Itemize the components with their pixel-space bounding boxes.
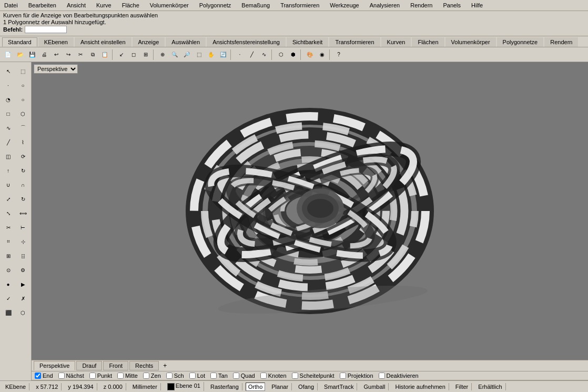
trim-tool[interactable]: ✂: [2, 220, 15, 234]
befehl-input[interactable]: [25, 26, 67, 33]
mesh-toolbar-button[interactable]: ⬡: [275, 49, 287, 61]
toolbar-tab-0[interactable]: Standard: [2, 37, 37, 47]
menu-item-rendern[interactable]: Rendern: [408, 1, 434, 9]
boolean-diff-tool[interactable]: ∩: [16, 178, 30, 192]
polygon-tool[interactable]: ⬡: [16, 107, 30, 120]
new-file-toolbar-button[interactable]: 📄: [2, 49, 14, 61]
confirm-tool[interactable]: ✓: [2, 292, 15, 305]
toolbar-tab-2[interactable]: Ansicht einstellen: [75, 37, 131, 47]
gumball-status[interactable]: Gumball: [360, 383, 389, 390]
viewport[interactable]: Perspektive Drauf Front Rechts: [32, 62, 588, 360]
snap-item-scheitelpunkt[interactable]: Scheitelpunkt: [292, 373, 334, 379]
circle-tool[interactable]: ○: [16, 93, 30, 106]
copy-toolbar-button[interactable]: ⧉: [87, 49, 98, 61]
surface-edge-tool[interactable]: ◫: [2, 149, 15, 163]
help-toolbar-button[interactable]: ?: [333, 49, 344, 61]
snap-item-naechst[interactable]: Nächst: [58, 373, 84, 379]
snap-checkbox-sch[interactable]: [166, 373, 173, 379]
split-tool[interactable]: ⊢: [16, 220, 30, 234]
toolbar-tab-4[interactable]: Auswählen: [166, 37, 206, 47]
undo-toolbar-button[interactable]: ↩: [50, 49, 62, 61]
revolve-tool[interactable]: ↻: [16, 164, 30, 177]
snap-checkbox-mitte[interactable]: [117, 373, 124, 379]
rectangle-tool[interactable]: □: [2, 107, 15, 120]
menu-item-datei[interactable]: Datei: [2, 1, 20, 9]
render-toolbar-button[interactable]: ◉: [316, 49, 328, 61]
snap-checkbox-tan[interactable]: [210, 373, 217, 379]
zoom-extents-toolbar-button[interactable]: ⊕: [157, 49, 168, 61]
menu-item-kurve[interactable]: Kurve: [94, 1, 114, 9]
snap-checkbox-projektion[interactable]: [340, 373, 346, 379]
arc-tool[interactable]: ◔: [2, 93, 15, 106]
planar-status[interactable]: Planar: [268, 383, 292, 390]
menu-item-analysieren[interactable]: Analysieren: [368, 1, 402, 9]
nurbs-toolbar-button[interactable]: ⬢: [287, 49, 299, 61]
viewport-tab-perspektive[interactable]: Perspektive: [34, 361, 75, 370]
snap-checkbox-zen[interactable]: [143, 373, 149, 379]
rotate-view-toolbar-button[interactable]: 🔄: [217, 49, 229, 61]
line-toolbar-button[interactable]: ╱: [246, 49, 258, 61]
snap-checkbox-punkt[interactable]: [89, 373, 96, 379]
snap-item-punkt[interactable]: Punkt: [89, 373, 112, 379]
cut-toolbar-button[interactable]: ✂: [75, 49, 86, 61]
snap-checkbox-lot[interactable]: [189, 373, 196, 379]
toolbar-tab-5[interactable]: Ansichtsfenstereinstellung: [207, 37, 286, 47]
layers-tool[interactable]: ⌹: [16, 249, 30, 263]
interpolate-tool[interactable]: ⌒: [16, 121, 30, 135]
snap-checkbox-quad[interactable]: [233, 373, 239, 379]
snap-item-sch[interactable]: Sch: [166, 373, 184, 379]
menu-item-panels[interactable]: Panels: [441, 1, 463, 9]
menu-item-ansicht[interactable]: Ansicht: [65, 1, 88, 9]
material-toolbar-button[interactable]: 🎨: [304, 49, 316, 61]
snap-item-knoten[interactable]: Knoten: [260, 373, 287, 379]
toolbar-tab-12[interactable]: Rendern: [544, 37, 578, 47]
snap-checkbox-scheitelpunkt[interactable]: [292, 373, 298, 379]
zoom-window-toolbar-button[interactable]: ⬚: [193, 49, 205, 61]
curve-toolbar-button[interactable]: ∿: [258, 49, 270, 61]
kebene-status[interactable]: KEbene: [2, 383, 29, 390]
mesh2-tool[interactable]: ⬡: [16, 306, 30, 319]
record-tool[interactable]: ●: [2, 277, 15, 291]
snap-checkbox-deaktivieren[interactable]: [379, 373, 385, 379]
line-tool[interactable]: ╱: [2, 135, 15, 149]
grid-tool[interactable]: ⊞: [2, 249, 15, 263]
gizmo-tool[interactable]: ⊙: [2, 263, 15, 277]
menu-item-volumenkörper[interactable]: Volumenkörper: [148, 1, 191, 9]
menu-item-polygonnetz[interactable]: Polygonnetz: [197, 1, 234, 9]
join-tool[interactable]: ⌗: [2, 235, 15, 248]
select-window-toolbar-button[interactable]: ◻: [128, 49, 139, 61]
viewport-select[interactable]: Perspektive Drauf Front Rechts: [34, 64, 78, 74]
zoom-in-toolbar-button[interactable]: 🔍: [169, 49, 180, 61]
snap-item-tan[interactable]: Tan: [210, 373, 228, 379]
menu-item-transformieren[interactable]: Transformieren: [278, 1, 321, 9]
toolbar-tab-8[interactable]: Kurven: [381, 37, 411, 47]
snap-checkbox-naechst[interactable]: [58, 373, 65, 379]
toolbar-tab-10[interactable]: Volumenkörper: [445, 37, 496, 47]
ortho-status[interactable]: Ortho: [246, 383, 266, 391]
menu-item-bemaßung[interactable]: Bemaßung: [239, 1, 272, 9]
snap-item-quad[interactable]: Quad: [233, 373, 255, 379]
print-toolbar-button[interactable]: 🖨: [38, 49, 50, 61]
toolbar-tab-1[interactable]: KEbenen: [38, 37, 74, 47]
pan-toolbar-button[interactable]: ✋: [205, 49, 217, 61]
snap-item-projektion[interactable]: Projektion: [340, 373, 373, 379]
move-tool[interactable]: ⤢: [2, 192, 15, 206]
filter-status[interactable]: Filter: [452, 383, 472, 390]
add-viewport-tab-button[interactable]: +: [160, 361, 170, 370]
menu-item-fläche[interactable]: Fläche: [120, 1, 141, 9]
viewport-tab-rechts[interactable]: Rechts: [129, 361, 159, 370]
control-point-curve-tool[interactable]: ○: [16, 78, 30, 92]
select-toolbar-button[interactable]: ↙: [116, 49, 127, 61]
snap-item-deaktivieren[interactable]: Deaktivieren: [379, 373, 419, 379]
mirror-tool[interactable]: ⟺: [16, 206, 30, 220]
select-tool[interactable]: ↖: [2, 64, 15, 78]
props-tool[interactable]: ⚙: [16, 263, 30, 277]
point-tool[interactable]: ·: [2, 78, 15, 92]
sweep-tool[interactable]: ⟳: [16, 149, 30, 163]
point-toolbar-button[interactable]: ·: [234, 49, 246, 61]
snap-checkbox-end[interactable]: [35, 373, 41, 379]
snap-item-end[interactable]: End: [35, 373, 53, 379]
freeform-tool[interactable]: ∿: [2, 121, 15, 135]
extrude-tool[interactable]: ↑: [2, 164, 15, 177]
boolean-union-tool[interactable]: ∪: [2, 178, 15, 192]
